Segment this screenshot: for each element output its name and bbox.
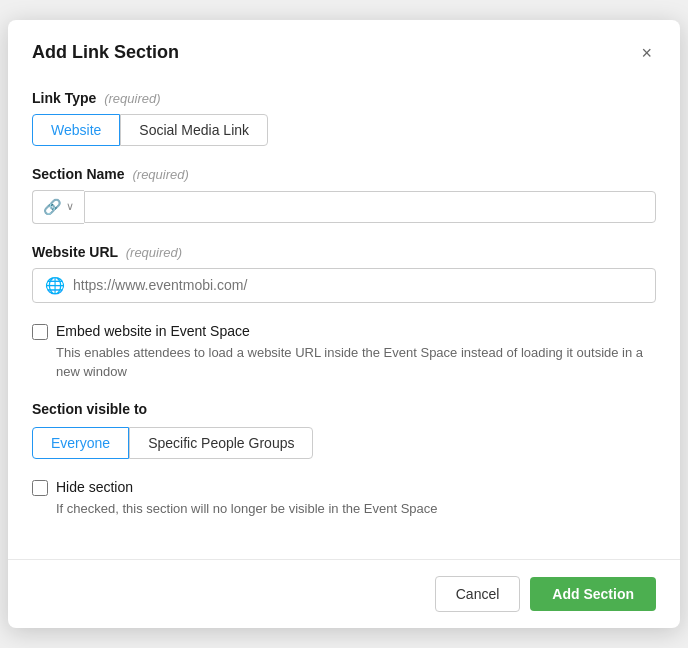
link-type-label: Link Type (required) [32, 90, 656, 106]
specific-people-button[interactable]: Specific People Groups [129, 427, 313, 459]
visible-to-toggle-group: Everyone Specific People Groups [32, 427, 656, 459]
embed-checkbox-group: Embed website in Event Space This enable… [32, 323, 656, 382]
embed-description: This enables attendees to load a website… [56, 344, 656, 382]
section-name-input[interactable] [84, 191, 656, 223]
modal-footer: Cancel Add Section [8, 559, 680, 628]
everyone-button[interactable]: Everyone [32, 427, 129, 459]
modal-header: Add Link Section × [8, 20, 680, 82]
url-input-wrapper: 🌐 [32, 268, 656, 303]
hide-section-checkbox[interactable] [32, 480, 48, 496]
visible-to-label: Section visible to [32, 401, 656, 417]
social-media-button[interactable]: Social Media Link [120, 114, 268, 146]
modal-container: Add Link Section × Link Type (required) … [8, 20, 680, 629]
section-name-group: Section Name (required) 🔗 ∨ [32, 166, 656, 224]
website-url-label: Website URL (required) [32, 244, 656, 260]
close-button[interactable]: × [637, 40, 656, 66]
hide-section-label[interactable]: Hide section [56, 479, 133, 495]
globe-icon: 🌐 [45, 276, 65, 295]
section-name-label: Section Name (required) [32, 166, 656, 182]
modal-body: Link Type (required) Website Social Medi… [8, 82, 680, 560]
chevron-down-icon: ∨ [66, 200, 74, 213]
modal-title: Add Link Section [32, 42, 179, 63]
close-icon: × [641, 44, 652, 62]
hide-section-description: If checked, this section will no longer … [56, 500, 656, 519]
embed-checkbox[interactable] [32, 324, 48, 340]
modal-overlay: Add Link Section × Link Type (required) … [0, 0, 688, 648]
add-section-button[interactable]: Add Section [530, 577, 656, 611]
embed-label[interactable]: Embed website in Event Space [56, 323, 250, 339]
link-icon: 🔗 [43, 198, 62, 216]
embed-checkbox-row: Embed website in Event Space [32, 323, 656, 340]
link-type-group: Link Type (required) Website Social Medi… [32, 90, 656, 146]
link-type-required: (required) [104, 91, 160, 106]
website-url-group: Website URL (required) 🌐 [32, 244, 656, 303]
section-name-required: (required) [132, 167, 188, 182]
url-input[interactable] [73, 277, 643, 293]
website-button[interactable]: Website [32, 114, 120, 146]
cancel-button[interactable]: Cancel [435, 576, 521, 612]
link-type-toggle-group: Website Social Media Link [32, 114, 656, 146]
hide-section-row: Hide section [32, 479, 656, 496]
section-icon-dropdown[interactable]: 🔗 ∨ [32, 190, 84, 224]
section-name-row: 🔗 ∨ [32, 190, 656, 224]
visible-to-group: Section visible to Everyone Specific Peo… [32, 401, 656, 459]
hide-section-group: Hide section If checked, this section wi… [32, 479, 656, 519]
website-url-required: (required) [126, 245, 182, 260]
